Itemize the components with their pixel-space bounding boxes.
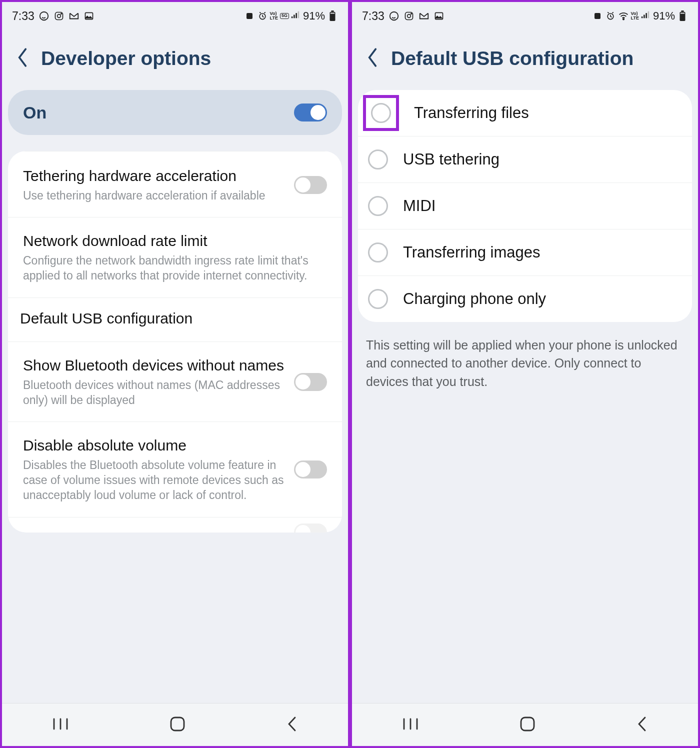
radio-label: Transferring files	[414, 104, 529, 122]
radio-icon	[371, 103, 391, 123]
option-peek: —	[8, 518, 342, 532]
svg-rect-27	[644, 15, 645, 18]
radio-list: Transferring files USB tethering MIDI Tr…	[358, 90, 692, 322]
option-subtitle: Use tethering hardware acceleration if a…	[23, 188, 285, 204]
radio-label: Charging phone only	[403, 290, 546, 308]
option-subtitle: Configure the network bandwidth ingress …	[23, 254, 327, 284]
gallery-icon	[84, 10, 94, 22]
nav-home-icon[interactable]	[169, 716, 186, 734]
signal-icon	[291, 10, 300, 22]
status-time: 7:33	[362, 10, 384, 23]
svg-point-2	[57, 14, 60, 18]
svg-rect-32	[680, 13, 684, 14]
radio-transferring-images[interactable]: Transferring images	[358, 230, 692, 276]
master-toggle-label: On	[23, 103, 46, 122]
nav-back-icon[interactable]	[286, 716, 298, 734]
instagram-icon	[404, 10, 414, 22]
radio-icon	[368, 196, 388, 216]
toggle-switch[interactable]	[294, 373, 327, 391]
radio-midi[interactable]: MIDI	[358, 183, 692, 230]
svg-point-3	[61, 14, 62, 14]
svg-rect-31	[681, 10, 684, 12]
volte-icon: Vo)LTE	[631, 12, 639, 20]
svg-rect-13	[330, 13, 334, 14]
svg-point-0	[40, 12, 48, 20]
phone-left: 7:33 Vo)LTE 5G	[0, 0, 350, 748]
svg-point-18	[390, 12, 398, 20]
svg-rect-12	[331, 10, 334, 12]
status-bar: 7:33 Vo)LTE 5G	[2, 2, 348, 30]
page-header: Default USB configuration	[352, 30, 698, 90]
svg-rect-17	[171, 718, 184, 730]
svg-rect-8	[294, 15, 295, 18]
svg-rect-9	[296, 13, 297, 18]
whatsapp-icon	[38, 10, 50, 22]
back-icon[interactable]	[16, 47, 29, 70]
status-bar: 7:33 Vo)LTE 91%	[352, 2, 698, 30]
option-subtitle: Disables the Bluetooth absolute volume f…	[23, 458, 285, 503]
radio-transferring-files[interactable]: Transferring files	[358, 90, 692, 136]
option-title: Disable absolute volume	[23, 436, 285, 455]
option-tethering-accel[interactable]: Tethering hardware acceleration Use teth…	[8, 151, 342, 218]
radio-label: USB tethering	[403, 150, 500, 168]
option-title: Tethering hardware acceleration	[23, 166, 285, 186]
nav-bar	[2, 703, 348, 746]
svg-rect-29	[648, 12, 650, 18]
nav-home-icon[interactable]	[519, 716, 536, 734]
gallery-icon	[434, 10, 444, 22]
radio-icon	[368, 150, 388, 170]
svg-rect-7	[292, 16, 293, 18]
option-subtitle: Bluetooth devices without names (MAC add…	[23, 378, 285, 408]
master-toggle-switch[interactable]	[294, 104, 327, 122]
footer-description: This setting will be applied when your p…	[352, 322, 698, 404]
radio-icon	[368, 289, 388, 309]
option-title: Default USB configuration	[20, 309, 192, 328]
svg-rect-28	[646, 13, 647, 18]
nfc-icon	[592, 10, 603, 22]
svg-rect-5	[246, 13, 252, 19]
alarm-icon	[257, 10, 268, 22]
phone-right: 7:33 Vo)LTE 91% Default USB configuratio…	[350, 0, 700, 748]
gmail-icon	[68, 10, 80, 22]
radio-usb-tethering[interactable]: USB tethering	[358, 136, 692, 183]
back-icon[interactable]	[366, 47, 379, 70]
instagram-icon	[54, 10, 64, 22]
battery-percent: 91%	[303, 10, 325, 22]
toggle-switch[interactable]	[294, 176, 327, 194]
nfc-icon	[244, 10, 255, 22]
page-title: Developer options	[41, 48, 211, 70]
battery-icon	[327, 10, 338, 22]
gmail-icon	[418, 10, 430, 22]
nav-recents-icon[interactable]	[402, 718, 419, 732]
alarm-icon	[605, 10, 616, 22]
whatsapp-icon	[388, 10, 400, 22]
master-toggle-row[interactable]: On	[8, 90, 342, 135]
option-bt-no-names[interactable]: Show Bluetooth devices without names Blu…	[8, 342, 342, 422]
highlight-box	[363, 95, 399, 131]
option-default-usb-config[interactable]: Default USB configuration	[8, 298, 342, 342]
svg-rect-26	[642, 16, 643, 18]
nav-back-icon[interactable]	[636, 716, 648, 734]
svg-rect-36	[521, 718, 534, 730]
radio-label: Transferring images	[403, 244, 540, 262]
status-time: 7:33	[12, 10, 34, 23]
settings-list: Tethering hardware acceleration Use teth…	[8, 151, 342, 532]
option-network-rate-limit[interactable]: Network download rate limit Configure th…	[8, 218, 342, 298]
svg-rect-10	[298, 12, 300, 18]
battery-icon	[677, 10, 688, 22]
toggle-switch[interactable]	[294, 460, 327, 478]
page-title: Default USB configuration	[391, 48, 634, 70]
option-disable-abs-volume[interactable]: Disable absolute volume Disables the Blu…	[8, 422, 342, 517]
svg-rect-23	[594, 13, 600, 19]
highlight-box: Default USB configuration	[20, 316, 192, 325]
svg-point-20	[407, 14, 410, 18]
volte-icon: Vo)LTE	[270, 12, 278, 20]
svg-point-21	[411, 14, 412, 14]
radio-charging-only[interactable]: Charging phone only	[358, 276, 692, 322]
radio-label: MIDI	[403, 197, 436, 215]
nav-recents-icon[interactable]	[52, 718, 69, 732]
nav-bar	[352, 703, 698, 746]
option-title: Network download rate limit	[23, 232, 327, 250]
wifi-icon	[618, 10, 629, 22]
svg-point-25	[622, 18, 624, 20]
